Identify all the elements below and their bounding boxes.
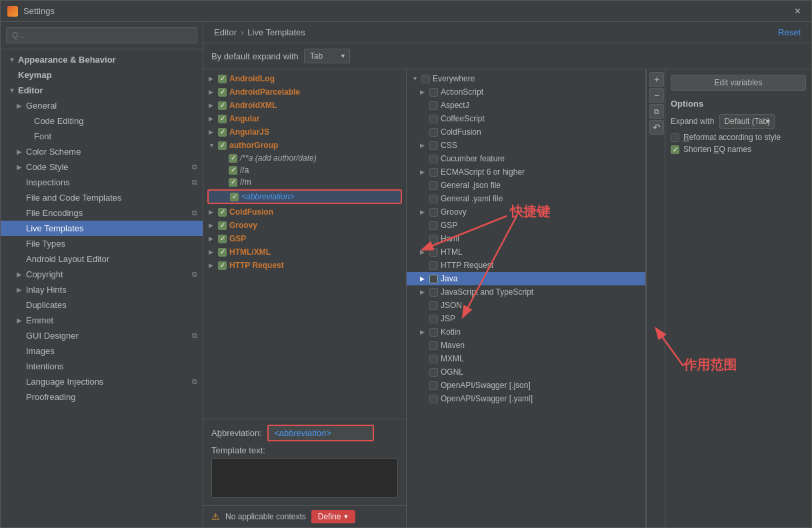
sidebar-item-language-injections[interactable]: Language Injections ⧉ <box>1 374 203 389</box>
search-input[interactable] <box>6 27 197 43</box>
group-authorgroup[interactable]: ▼ ✓ authorGroup <box>203 139 406 152</box>
edit-variables-button[interactable]: Edit variables <box>671 75 806 91</box>
revert-button[interactable]: ↶ <box>649 120 664 135</box>
group-httprequest[interactable]: ▶ ✓ HTTP Request <box>203 259 406 272</box>
ctx-json[interactable]: JSON <box>407 299 645 312</box>
sidebar-item-code-editing[interactable]: Code Editing <box>1 113 203 129</box>
sidebar-item-editor[interactable]: ▼ Editor <box>1 83 203 98</box>
ctx-checkbox[interactable] <box>429 195 438 203</box>
ctx-mxml[interactable]: MXML <box>407 352 645 365</box>
group-gsp[interactable]: ▶ ✓ GSP <box>203 232 406 245</box>
ctx-openapi-yaml[interactable]: OpenAPI/Swagger [.yaml] <box>407 392 645 405</box>
item-checkbox[interactable]: ✓ <box>230 193 239 201</box>
sidebar-item-file-encodings[interactable]: File Encodings ⧉ <box>1 205 203 221</box>
add-button[interactable]: + <box>649 72 664 87</box>
close-button[interactable]: × <box>791 4 805 19</box>
group-checkbox[interactable]: ✓ <box>218 221 227 230</box>
ctx-javascript[interactable]: ▶ JavaScript and TypeScript <box>407 285 645 299</box>
ctx-coffeescript[interactable]: CoffeeScript <box>407 112 645 125</box>
ctx-java[interactable]: ▶ Java <box>407 272 645 285</box>
group-checkbox[interactable]: ✓ <box>218 101 227 110</box>
sidebar-item-code-style[interactable]: ▶ Code Style ⧉ <box>1 159 203 175</box>
options-expand-dropdown[interactable]: Default (Tab) Tab Enter Space <box>719 114 775 129</box>
ctx-checkbox[interactable] <box>429 115 438 123</box>
sidebar-item-inspections[interactable]: Inspections ⧉ <box>1 175 203 190</box>
sidebar-item-keymap[interactable]: Keymap <box>1 67 203 83</box>
sidebar-item-inlay-hints[interactable]: ▶ Inlay Hints <box>1 282 203 297</box>
group-androidparcelable[interactable]: ▶ ✓ AndroidParcelable <box>203 85 406 99</box>
copy-button[interactable]: ⧉ <box>649 104 664 119</box>
ctx-checkbox[interactable] <box>429 261 438 270</box>
tpl-javadoc[interactable]: ✓ /**a (add author/date) <box>203 152 406 164</box>
group-groovy[interactable]: ▶ ✓ Groovy <box>203 219 406 232</box>
ctx-everywhere[interactable]: ▼ Everywhere <box>407 72 645 85</box>
ctx-checkbox[interactable] <box>429 181 438 190</box>
sidebar-item-file-types[interactable]: File Types <box>1 236 203 251</box>
ctx-checkbox[interactable] <box>429 208 438 217</box>
ctx-checkbox[interactable] <box>429 248 438 257</box>
reformat-checkbox[interactable] <box>671 133 679 142</box>
ctx-general-json[interactable]: General .json file <box>407 179 645 192</box>
sidebar-item-appearance[interactable]: ▼ Appearance & Behavior <box>1 52 203 67</box>
tpl-abbreviation[interactable]: ✓ <abbreviation> <box>207 189 402 204</box>
group-checkbox[interactable]: ✓ <box>218 141 227 150</box>
ctx-gsp[interactable]: GSP <box>407 219 645 232</box>
group-checkbox[interactable]: ✓ <box>218 115 227 123</box>
ctx-checkbox[interactable] <box>429 381 438 390</box>
ctx-haml[interactable]: Haml <box>407 232 645 245</box>
group-checkbox[interactable]: ✓ <box>218 261 227 270</box>
ctx-checkbox[interactable] <box>429 301 438 310</box>
tpl-slash-m[interactable]: ✓ //m <box>203 176 406 188</box>
group-angular[interactable]: ▶ ✓ Angular <box>203 112 406 125</box>
sidebar-item-images[interactable]: Images <box>1 343 203 359</box>
ctx-ecmascript[interactable]: ▶ ECMAScript 6 or higher <box>407 165 645 179</box>
ctx-checkbox[interactable] <box>429 341 438 350</box>
ctx-checkbox[interactable] <box>429 275 438 283</box>
sidebar-item-gui-designer[interactable]: GUI Designer ⧉ <box>1 328 203 343</box>
sidebar-item-android-layout[interactable]: Android Layout Editor <box>1 251 203 267</box>
group-checkbox[interactable]: ✓ <box>218 128 227 137</box>
ctx-httprequest[interactable]: HTTP Request <box>407 259 645 272</box>
ctx-checkbox[interactable] <box>429 221 438 230</box>
ctx-maven[interactable]: Maven <box>407 339 645 352</box>
ctx-checkbox[interactable] <box>429 88 438 97</box>
sidebar-item-font[interactable]: Font <box>1 129 203 144</box>
ctx-checkbox[interactable] <box>429 315 438 323</box>
ctx-general-yaml[interactable]: General .yaml file <box>407 192 645 205</box>
shorten-checkbox[interactable]: ✓ <box>671 145 679 154</box>
group-checkbox[interactable]: ✓ <box>218 88 227 97</box>
ctx-html[interactable]: ▶ HTML <box>407 245 645 259</box>
ctx-kotlin[interactable]: ▶ Kotlin <box>407 325 645 339</box>
tpl-slash-a[interactable]: ✓ //a <box>203 164 406 176</box>
group-androidxml[interactable]: ▶ ✓ AndroidXML <box>203 99 406 112</box>
ctx-jsp[interactable]: JSP <box>407 312 645 325</box>
group-checkbox[interactable]: ✓ <box>218 75 227 83</box>
ctx-checkbox[interactable] <box>429 355 438 363</box>
ctx-checkbox[interactable] <box>429 288 438 297</box>
template-text-area[interactable] <box>211 458 398 498</box>
sidebar-item-proofreading[interactable]: Proofreading <box>1 389 203 405</box>
group-coldfusion[interactable]: ▶ ✓ ColdFusion <box>203 205 406 219</box>
ctx-checkbox[interactable] <box>429 128 438 137</box>
item-checkbox[interactable]: ✓ <box>229 166 237 175</box>
ctx-checkbox[interactable] <box>429 328 438 337</box>
ctx-checkbox[interactable] <box>429 235 438 243</box>
item-checkbox[interactable]: ✓ <box>229 154 237 163</box>
sidebar-item-duplicates[interactable]: Duplicates <box>1 297 203 313</box>
ctx-aspectj[interactable]: AspectJ <box>407 99 645 112</box>
ctx-ognl[interactable]: OGNL <box>407 365 645 379</box>
ctx-groovy[interactable]: ▶ Groovy <box>407 205 645 219</box>
sidebar-item-live-templates[interactable]: Live Templates <box>1 221 203 236</box>
ctx-css[interactable]: ▶ CSS <box>407 139 645 152</box>
group-angularjs[interactable]: ▶ ✓ AngularJS <box>203 125 406 139</box>
sidebar-item-intentions[interactable]: Intentions <box>1 359 203 374</box>
remove-button[interactable]: − <box>649 88 664 103</box>
expand-with-dropdown[interactable]: Tab Enter Space <box>304 49 350 63</box>
ctx-checkbox[interactable] <box>429 141 438 150</box>
group-htmlxml[interactable]: ▶ ✓ HTML/XML <box>203 245 406 259</box>
sidebar-item-copyright[interactable]: ▶ Copyright ⧉ <box>1 267 203 282</box>
ctx-checkbox[interactable] <box>429 395 438 403</box>
ctx-checkbox[interactable] <box>429 368 438 377</box>
ctx-cucumber[interactable]: Cucumber feature <box>407 152 645 165</box>
ctx-actionscript[interactable]: ▶ ActionScript <box>407 85 645 99</box>
